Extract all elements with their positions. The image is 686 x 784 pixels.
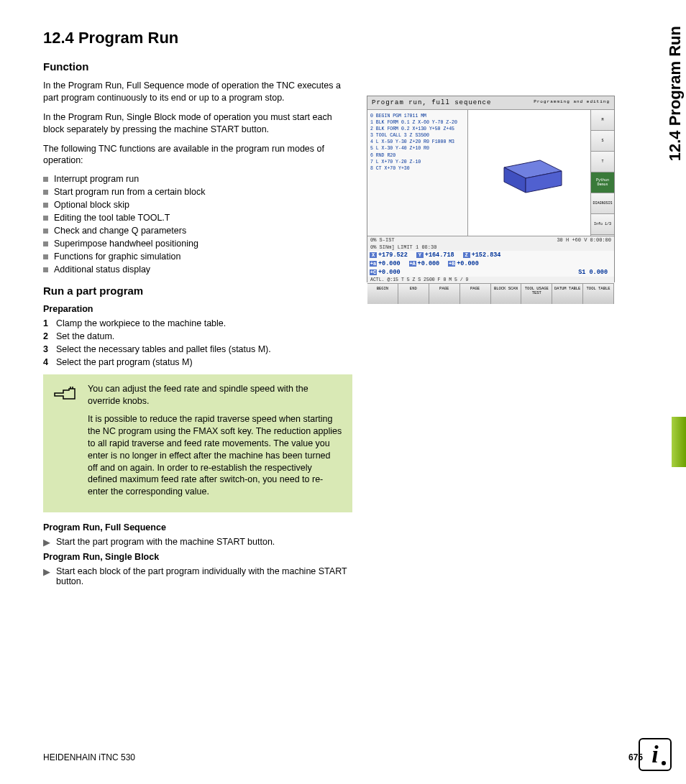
- side-btn-diag[interactable]: DIAGNOSIS: [591, 193, 614, 214]
- function-p2: In the Program Run, Single Block mode of…: [43, 111, 352, 136]
- bullet-text: Superimpose handwheel positioning: [54, 239, 198, 249]
- function-bullets: Interrupt program run Start program run …: [43, 174, 352, 275]
- softkey-tool-usage[interactable]: TOOL USAGE TEST: [521, 284, 552, 304]
- side-btn-s[interactable]: S: [591, 131, 614, 152]
- workpiece-cube-icon: [497, 146, 569, 196]
- status-bottom: ACTL. @:15 T 5 Z S 2500 F 0 M 5 / 9: [367, 277, 614, 283]
- coord-row: X+179.522 Y+164.718 Z+152.834: [367, 251, 614, 259]
- side-btn-info[interactable]: Info 1/3: [591, 214, 614, 235]
- status-line: 0% SINm] LIMIT 1 08:30: [367, 244, 614, 251]
- bullet-text: Functions for graphic simulation: [54, 252, 180, 262]
- coord-row: +C+0.000 S1 0.000: [367, 268, 614, 277]
- square-bullet-icon: [43, 254, 48, 259]
- side-btn-m[interactable]: M: [591, 110, 614, 131]
- full-sequence-title: Program Run, Full Sequence: [43, 522, 352, 532]
- softkey-page-down[interactable]: PAGE: [460, 284, 491, 304]
- single-item-text: Start each block of the part program ind…: [56, 566, 352, 586]
- 3d-preview: [468, 110, 591, 236]
- note-p1: You can adjust the feed rate and spindle…: [88, 383, 342, 407]
- cnc-screenshot: Program run, full sequence Programming a…: [367, 96, 615, 282]
- scr-mode-title: Program run, full sequence: [372, 99, 491, 106]
- vertical-section-tab: 12.4 Program Run: [664, 22, 686, 165]
- step-text: Select the part program (status M): [56, 357, 193, 367]
- function-p1: In the Program Run, Full Sequence mode o…: [43, 80, 352, 104]
- bullet-text: Start program run from a certain block: [54, 187, 206, 197]
- arrow-icon: ▶: [43, 537, 50, 548]
- function-p3: The following TNC functions are availabl…: [43, 143, 352, 167]
- softkey-datum-table[interactable]: DATUM TABLE: [552, 284, 583, 304]
- scr-mode-right: Programming and editing: [534, 99, 610, 106]
- softkey-row: BEGIN END PAGE PAGE BLOCK SCAN TOOL USAG…: [367, 283, 614, 304]
- single-block-title: Program Run, Single Block: [43, 552, 352, 562]
- bullet-text: Interrupt program run: [54, 174, 139, 184]
- square-bullet-icon: [43, 177, 48, 182]
- note-p2: It is possible to reduce the rapid trave…: [88, 413, 342, 498]
- square-bullet-icon: [43, 229, 48, 234]
- step-text: Select the necessary tables and pallet f…: [56, 344, 271, 354]
- info-icon: i: [639, 738, 672, 771]
- nc-code-listing: 0 BEGIN PGM 17011 MM 1 BLK FORM 0.1 Z X-…: [367, 110, 468, 236]
- step-text: Set the datum.: [56, 331, 114, 341]
- note-box: You can adjust the feed rate and spindle…: [43, 374, 352, 512]
- hand-point-icon: [53, 384, 78, 504]
- full-item-text: Start the part program with the machine …: [56, 537, 275, 548]
- bullet-text: Editing the tool table TOOL.T: [54, 213, 170, 223]
- square-bullet-icon: [43, 190, 48, 195]
- page-title: 12.4 Program Run: [43, 29, 643, 47]
- softkey-tool-table[interactable]: TOOL TABLE: [583, 284, 614, 304]
- side-btn-python[interactable]: Python Demos: [591, 172, 614, 193]
- side-buttons: M S T Python Demos DIAGNOSIS Info 1/3: [591, 110, 614, 236]
- square-bullet-icon: [43, 203, 48, 208]
- section-function-title: Function: [43, 60, 352, 73]
- step-text: Clamp the workpiece to the machine table…: [56, 318, 226, 328]
- status-line: 0% S-IST 30 H +60 V 0:00:00: [367, 236, 614, 244]
- square-bullet-icon: [43, 267, 48, 272]
- softkey-block-scan[interactable]: BLOCK SCAN: [491, 284, 522, 304]
- arrow-icon: ▶: [43, 566, 50, 586]
- softkey-end[interactable]: END: [398, 284, 429, 304]
- bullet-text: Check and change Q parameters: [54, 226, 186, 236]
- square-bullet-icon: [43, 241, 48, 246]
- section-run-title: Run a part program: [43, 285, 352, 297]
- green-thumb-tab: [672, 417, 686, 467]
- softkey-page-up[interactable]: PAGE: [429, 284, 460, 304]
- preparation-title: Preparation: [43, 304, 352, 314]
- bullet-text: Optional block skip: [54, 200, 129, 210]
- footer-product: HEIDENHAIN iTNC 530: [43, 752, 135, 762]
- coord-row: +a+0.000 +A+0.000 +B+0.000: [367, 259, 614, 268]
- preparation-steps: 1Clamp the workpiece to the machine tabl…: [43, 318, 352, 367]
- side-btn-t[interactable]: T: [591, 152, 614, 172]
- square-bullet-icon: [43, 216, 48, 221]
- softkey-begin[interactable]: BEGIN: [367, 284, 398, 304]
- bullet-text: Additional status display: [54, 264, 150, 275]
